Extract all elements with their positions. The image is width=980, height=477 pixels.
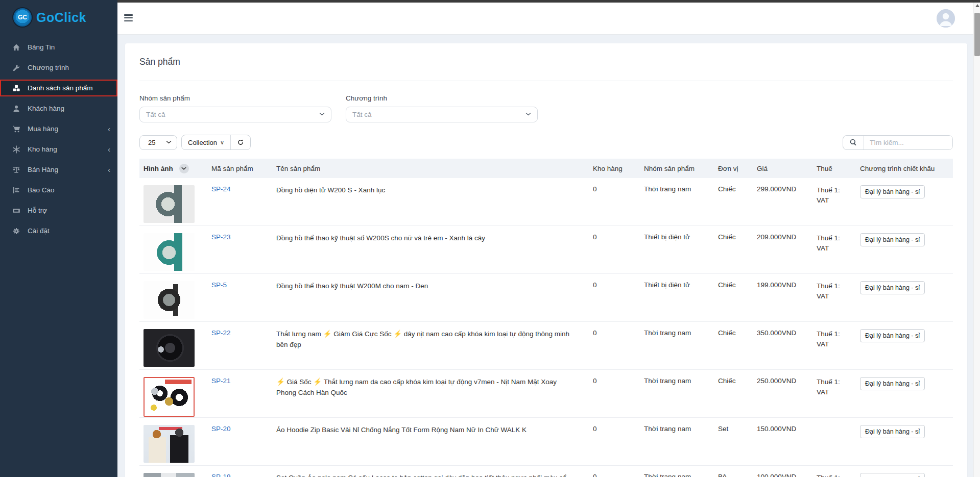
- cart-icon: [12, 124, 20, 133]
- discount-program-badge[interactable]: Đại lý bán hàng - sỉ: [860, 377, 925, 390]
- discount-program-badge[interactable]: Đại lý bán hàng - sỉ: [860, 473, 925, 477]
- product-stock: 0: [589, 233, 640, 241]
- product-stock: 0: [589, 473, 640, 477]
- snowflake-icon: [12, 145, 20, 154]
- product-thumbnail[interactable]: [144, 377, 195, 417]
- refresh-button[interactable]: [230, 135, 250, 149]
- collection-button-group: Collection ∨: [181, 135, 251, 150]
- top-header: [117, 3, 973, 35]
- product-code-link[interactable]: SP-20: [211, 425, 231, 433]
- sidebar-item-label: Bán Hàng: [28, 166, 58, 173]
- product-code-link[interactable]: SP-19: [211, 473, 231, 477]
- product-group: Thời trang nam: [640, 473, 714, 477]
- sidebar-item[interactable]: Kho hàng ‹: [0, 141, 117, 158]
- filter-label: Chương trình: [346, 94, 538, 102]
- product-thumbnail[interactable]: [144, 233, 195, 271]
- scrollbar-thumb[interactable]: [974, 13, 980, 56]
- sidebar-item[interactable]: Mua hàng ‹: [0, 120, 117, 137]
- product-group: Thời trang nam: [640, 425, 714, 433]
- user-avatar[interactable]: [937, 9, 955, 28]
- page-size-select[interactable]: 25: [139, 135, 177, 150]
- table-row: SP-21 ⚡ Giá Sốc ⚡ Thắt lưng nam da cao c…: [139, 370, 953, 418]
- person-avatar-icon: [937, 9, 955, 28]
- collection-dropdown-button[interactable]: Collection ∨: [182, 135, 230, 149]
- table-row: SP-20 Áo Hoodie Zip Basic Vải Nỉ Chống N…: [139, 418, 953, 466]
- tax-line-1: Thuế 1:: [817, 377, 850, 387]
- sidebar-item[interactable]: Bảng Tin ‹: [0, 39, 117, 56]
- product-tax: Thuế 1: VAT: [812, 281, 856, 301]
- tax-line-1: Thuế 1:: [817, 233, 850, 243]
- search-icon: [849, 138, 857, 146]
- product-thumbnail[interactable]: [144, 425, 195, 463]
- user-icon: [12, 104, 20, 113]
- sidebar-item[interactable]: Chương trình ‹: [0, 59, 117, 76]
- sidebar-item[interactable]: Cài đặt ‹: [0, 222, 117, 239]
- table-row: SP-5 Đồng hồ thể thao kỹ thuật W200M cho…: [139, 274, 953, 322]
- scrollbar-up-arrow-icon[interactable]: [975, 4, 979, 7]
- chevron-down-icon: [319, 111, 325, 118]
- column-header-unit: Đơn vị: [714, 165, 753, 172]
- hamburger-menu-icon[interactable]: [124, 14, 133, 21]
- table-row: SP-19 Set Quần Áo polo nam Cá sấu Lacos.…: [139, 466, 953, 477]
- product-stock: 0: [589, 329, 640, 337]
- table-row: SP-23 Đồng hồ thể thao kỹ thuật số W200S…: [139, 226, 953, 274]
- discount-program-badge[interactable]: Đại lý bán hàng - sỉ: [860, 281, 925, 294]
- product-code-link[interactable]: SP-5: [211, 281, 227, 289]
- sidebar: GC GoClick Bảng Tin ‹ Chương trình ‹ Dan…: [0, 0, 117, 477]
- product-tax: Thuế 1: VAT: [812, 185, 856, 205]
- product-tax: Thuế 1: VAT: [812, 233, 856, 253]
- product-code-link[interactable]: SP-22: [211, 329, 231, 337]
- filter-select[interactable]: Tất cả: [346, 107, 538, 122]
- product-thumbnail[interactable]: [144, 473, 195, 477]
- chevron-down-icon: ∨: [220, 139, 224, 146]
- sidebar-item[interactable]: Báo Cáo ‹: [0, 182, 117, 198]
- sidebar-item-label: Bảng Tin: [28, 43, 55, 51]
- discount-program-badge[interactable]: Đại lý bán hàng - sỉ: [860, 329, 925, 342]
- chevron-left-icon: ‹: [108, 125, 110, 133]
- product-price: 350.000VND: [753, 329, 812, 337]
- product-code-link[interactable]: SP-23: [211, 233, 231, 241]
- product-unit: Bộ: [714, 473, 753, 477]
- sidebar-item-label: Báo Cáo: [28, 186, 55, 194]
- sidebar-item[interactable]: Bán Hàng ‹: [0, 161, 117, 178]
- page-size-value: 25: [148, 139, 155, 146]
- product-stock: 0: [589, 377, 640, 385]
- app-logo-text: GoClick: [36, 10, 86, 25]
- discount-program-badge[interactable]: Đại lý bán hàng - sỉ: [860, 233, 925, 246]
- product-stock: 0: [589, 281, 640, 289]
- ticket-icon: [12, 206, 20, 215]
- tax-line-1: Thuế 1:: [817, 473, 850, 477]
- search-button[interactable]: [843, 136, 864, 149]
- product-thumbnail[interactable]: [144, 329, 195, 367]
- gear-icon: [12, 227, 20, 235]
- product-group: Thiết bị điện tử: [640, 233, 714, 241]
- product-thumbnail[interactable]: [144, 185, 195, 223]
- chevron-left-icon: ‹: [108, 166, 110, 173]
- sidebar-item-label: Kho hàng: [28, 145, 57, 153]
- vertical-scrollbar[interactable]: [973, 3, 980, 477]
- product-unit: Chiếc: [714, 329, 753, 337]
- product-code-link[interactable]: SP-21: [211, 377, 231, 385]
- sidebar-item-label: Chương trình: [28, 64, 69, 71]
- product-unit: Set: [714, 425, 753, 433]
- product-unit: Chiếc: [714, 377, 753, 385]
- sidebar-item[interactable]: Khách hàng ‹: [0, 100, 117, 117]
- sidebar-item[interactable]: Hỗ trợ ‹: [0, 202, 117, 219]
- tax-line-2: VAT: [817, 387, 850, 397]
- image-column-toggle-button[interactable]: [179, 164, 189, 173]
- tax-line-2: VAT: [817, 195, 850, 206]
- app-logo[interactable]: GC GoClick: [0, 0, 117, 34]
- column-header-stock: Kho hàng: [589, 165, 640, 172]
- product-code-link[interactable]: SP-24: [211, 185, 231, 193]
- product-unit: Chiếc: [714, 185, 753, 193]
- discount-program-badge[interactable]: Đại lý bán hàng - sỉ: [860, 425, 925, 438]
- column-header-tax: Thuế: [812, 165, 856, 172]
- product-group: Thiết bị điện tử: [640, 281, 714, 289]
- filter-select[interactable]: Tất cả: [139, 107, 331, 122]
- discount-program-badge[interactable]: Đại lý bán hàng - sỉ: [860, 185, 925, 198]
- sidebar-item[interactable]: Danh sách sản phẩm ‹: [0, 80, 117, 96]
- goclick-logo-icon: GC: [13, 8, 32, 27]
- search-input[interactable]: [864, 136, 952, 149]
- product-thumbnail[interactable]: [144, 281, 195, 319]
- product-name: Set Quần Áo polo nam Cá sấu Lacos.te bản…: [276, 473, 573, 477]
